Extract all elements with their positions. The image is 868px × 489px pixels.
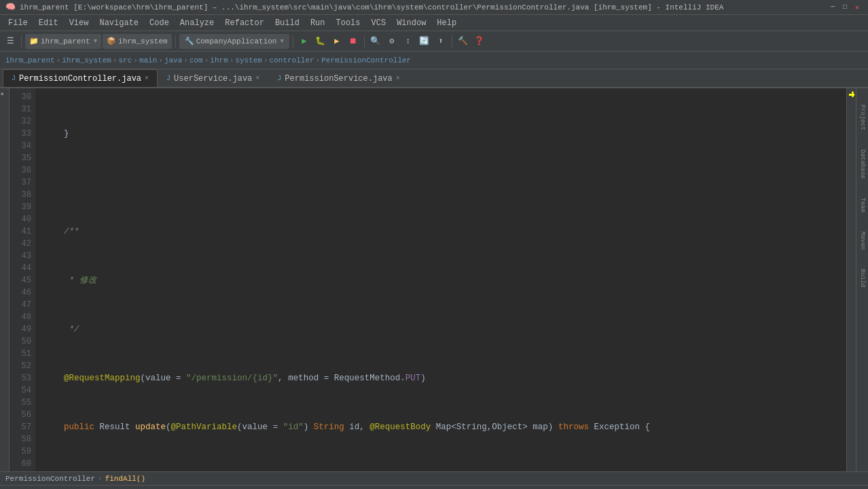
title-bar: 🧠 ihrm_parent [E:\workspace\hrm\ihrm_par… (0, 0, 868, 15)
bc-sep-5: › (183, 56, 188, 65)
right-gutter[interactable]: ▌ (846, 88, 856, 471)
menu-tools[interactable]: Tools (331, 15, 366, 31)
toolbar: ☰ 📁 ihrm_parent ▼ 📦 ihrm_system 🔧 Compan… (0, 31, 868, 52)
bottom-tab-java-enterprise[interactable]: ☕ Java Enterprise (5, 486, 88, 490)
code-line-30: } (41, 128, 846, 140)
bottom-tab-jrebel[interactable]: JRebel Console (738, 486, 808, 490)
code-line-31 (41, 177, 846, 189)
toolbar-update[interactable]: 🔄 (417, 34, 432, 49)
bc-ihrm-system[interactable]: ihrm_system (62, 56, 111, 65)
nav-class[interactable]: PermissionController (5, 475, 95, 483)
bottom-panel: ☕ Java Enterprise 🌿 Spring ▶ Terminal 4:… (0, 485, 868, 489)
menu-view[interactable]: View (64, 15, 94, 31)
code-line-32: /** (41, 225, 846, 238)
debug-button[interactable]: 🐛 (313, 34, 328, 49)
tab-close-1[interactable]: × (255, 75, 259, 82)
bottom-tab-spring[interactable]: 🌿 Spring (94, 486, 141, 490)
bc-sep-2: › (113, 56, 117, 65)
bc-permission-controller[interactable]: PermissionController (321, 56, 411, 65)
side-tab-maven[interactable]: Maven (858, 229, 867, 253)
bottom-tab-run[interactable]: 4: Run (203, 486, 247, 490)
run-config-dropdown: ▼ (280, 38, 283, 45)
side-tab-team[interactable]: Team (858, 195, 867, 215)
main-layout: ● 30 31 32 33 34 35 36 37 38 39 40 41 42… (0, 88, 868, 471)
toolbar-sep-2 (175, 35, 176, 48)
nav-method[interactable]: findAll() (105, 475, 145, 483)
maximize-button[interactable]: □ (839, 2, 850, 13)
module-name: ihrm_system (118, 37, 168, 46)
bottom-tab-todo[interactable]: 6: TODO (251, 486, 291, 490)
menu-window[interactable]: Window (391, 15, 431, 31)
bottom-tab-terminal[interactable]: ▶ Terminal (146, 486, 197, 490)
menu-navigate[interactable]: Navigate (94, 15, 144, 31)
toolbar-sep-4 (364, 35, 365, 48)
menu-vcs[interactable]: VCS (366, 15, 392, 31)
toolbar-project-btn[interactable]: ☰ (3, 34, 18, 49)
tab-label-2: PermissionService.java (285, 74, 392, 84)
bottom-tab-messages[interactable]: 0: Messages (297, 486, 355, 490)
toolbar-help[interactable]: ❓ (472, 34, 487, 49)
menu-analyze[interactable]: Analyze (175, 15, 219, 31)
menu-bar: File Edit View Navigate Code Analyze Ref… (0, 15, 868, 31)
tab-label-0: PermissionController.java (19, 74, 141, 84)
menu-edit[interactable]: Edit (33, 15, 64, 31)
toolbar-sep-3 (293, 35, 293, 48)
toolbar-settings[interactable]: ⚙ (384, 34, 399, 49)
toolbar-sep-5 (452, 35, 452, 48)
bc-java[interactable]: java (164, 56, 182, 65)
title-text: ihrm_parent [E:\workspace\hrm\ihrm_paren… (20, 3, 826, 12)
bottom-tab-event-log[interactable]: Event Log (814, 486, 863, 490)
tab-permission-controller[interactable]: J PermissionController.java × (3, 69, 158, 87)
bc-sep-1: › (56, 56, 61, 65)
bc-controller[interactable]: controller (270, 56, 314, 65)
bc-sep-9: › (316, 56, 321, 65)
toolbar-build-btn[interactable]: 🔨 (456, 34, 471, 49)
left-panel: ● (0, 88, 10, 471)
module-icon: 📦 (107, 37, 116, 46)
tab-close-2[interactable]: × (396, 75, 400, 82)
tab-user-service[interactable]: J UserService.java × (158, 69, 268, 87)
stop-button[interactable]: ⏹ (346, 34, 361, 49)
run-config-selector[interactable]: 🔧 CompanyApplication ▼ (179, 34, 289, 49)
bc-ihrm[interactable]: ihrm (210, 56, 228, 65)
run-button[interactable]: ▶ (297, 34, 312, 49)
bc-ihrm-parent[interactable]: ihrm_parent (5, 56, 55, 65)
tab-icon-1: J (166, 75, 170, 82)
toolbar-git[interactable]: ↕ (401, 34, 416, 49)
menu-build[interactable]: Build (270, 15, 305, 31)
bc-com[interactable]: com (189, 56, 203, 65)
menu-help[interactable]: Help (431, 15, 462, 31)
menu-run[interactable]: Run (305, 15, 331, 31)
bc-sep-7: › (230, 56, 234, 65)
menu-file[interactable]: File (3, 15, 33, 31)
bc-sep-4: › (158, 56, 163, 65)
run-with-coverage-btn[interactable]: ▶ (329, 34, 344, 49)
code-line-37: //构造id (41, 470, 846, 471)
module-selector[interactable]: 📦 ihrm_system (103, 34, 172, 49)
side-tab-project[interactable]: Project (858, 102, 867, 133)
side-tab-build[interactable]: Build (858, 266, 867, 290)
minimize-button[interactable]: ─ (827, 2, 838, 13)
warning-icon: ▌ (852, 91, 855, 97)
tab-icon-2: J (277, 75, 281, 82)
project-selector[interactable]: 📁 ihrm_parent ▼ (25, 34, 101, 49)
tab-close-0[interactable]: × (145, 75, 149, 82)
menu-code[interactable]: Code (144, 15, 175, 31)
toolbar-push[interactable]: ⬆ (433, 34, 448, 49)
editor-container[interactable]: 30 31 32 33 34 35 36 37 38 39 40 41 42 4… (10, 88, 856, 471)
bc-main[interactable]: main (139, 56, 157, 65)
menu-refactor[interactable]: Refactor (219, 15, 270, 31)
bc-src[interactable]: src (118, 56, 132, 65)
close-button[interactable]: ✕ (852, 2, 863, 13)
tab-permission-service[interactable]: J PermissionService.java × (268, 69, 408, 87)
code-line-34: */ (41, 323, 846, 336)
side-panels: Project Database Team Maven Build (856, 88, 868, 471)
side-tab-database[interactable]: Database (858, 147, 867, 181)
code-area[interactable]: } /** * 修改 */ @RequestMapping(value = "/… (35, 88, 846, 471)
toolbar-search[interactable]: 🔍 (368, 34, 383, 49)
code-line-33: * 修改 (41, 274, 846, 287)
left-gutter-icon: ● (1, 91, 9, 99)
toolbar-sep-1 (21, 35, 22, 48)
bc-system[interactable]: system (235, 56, 262, 65)
tabs-bar: J PermissionController.java × J UserServ… (0, 69, 868, 88)
